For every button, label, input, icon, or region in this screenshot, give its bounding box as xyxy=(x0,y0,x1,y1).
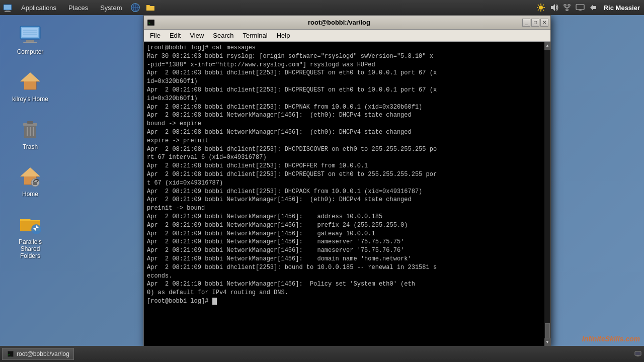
svg-rect-3 xyxy=(4,5,11,10)
svg-rect-56 xyxy=(33,182,37,185)
svg-rect-9 xyxy=(146,6,154,11)
minimize-button[interactable]: _ xyxy=(522,19,530,27)
computer-icon xyxy=(18,22,42,46)
maximize-button[interactable]: □ xyxy=(531,19,539,27)
terminal-scrollbar[interactable]: ▲ ▼ xyxy=(544,42,550,346)
svg-marker-19 xyxy=(551,4,555,11)
svg-rect-33 xyxy=(26,40,34,42)
desktop-icons-container: Computer kilroy's Home xyxy=(10,20,50,262)
home-icon-label: Home xyxy=(22,191,38,198)
branding-text: InfiniteSkills.com xyxy=(582,335,640,343)
menu-file[interactable]: File xyxy=(146,31,165,40)
taskbar-terminal-icon: >_ xyxy=(7,350,15,358)
shared-folders-icon xyxy=(18,212,42,236)
top-panel: Applications Places System xyxy=(0,0,644,15)
display-icon[interactable] xyxy=(575,2,586,13)
branding-watermark: InfiniteSkills.com xyxy=(582,335,640,343)
svg-marker-30 xyxy=(590,5,596,11)
svg-text:>_: >_ xyxy=(8,353,12,356)
desktop-icon-kilroy-home[interactable]: kilroy's Home xyxy=(10,67,50,105)
panel-app-icon xyxy=(2,2,13,13)
scrollbar-track[interactable] xyxy=(544,50,550,338)
branding-accent: te xyxy=(599,335,605,343)
username-label: Ric Messier xyxy=(604,4,640,12)
svg-rect-22 xyxy=(566,9,568,11)
svg-rect-27 xyxy=(576,5,584,10)
svg-rect-35 xyxy=(22,28,38,37)
panel-menu-system[interactable]: System xyxy=(94,0,128,15)
svg-rect-66 xyxy=(635,352,640,355)
network-icon[interactable] xyxy=(561,2,573,13)
top-panel-right: Ric Messier xyxy=(535,2,644,13)
desktop-icon-shared-folders[interactable]: Parallels Shared Folders xyxy=(10,210,50,262)
terminal-window: >_ root@bobbi:/var/log _ □ ✕ File Edit V… xyxy=(143,15,551,347)
svg-marker-54 xyxy=(20,167,40,176)
trash-icon-label: Trash xyxy=(23,143,38,150)
svg-rect-46 xyxy=(27,121,33,124)
window-menubar: File Edit View Search Terminal Help xyxy=(144,30,550,42)
scrollbar-thumb[interactable] xyxy=(545,323,550,338)
svg-line-16 xyxy=(543,10,544,11)
svg-line-15 xyxy=(538,5,539,6)
terminal-cursor xyxy=(212,298,217,305)
panel-folder-icon[interactable] xyxy=(145,2,156,13)
menu-help[interactable]: Help xyxy=(273,31,294,40)
menu-terminal[interactable]: Terminal xyxy=(239,31,272,40)
computer-icon-label: Computer xyxy=(17,48,44,55)
volume-icon[interactable] xyxy=(548,2,559,13)
brightness-icon[interactable] xyxy=(535,2,546,13)
scroll-up-button[interactable]: ▲ xyxy=(544,42,550,50)
desktop-icon-trash[interactable]: Trash xyxy=(10,115,50,152)
panel-globe-icon[interactable] xyxy=(130,2,141,13)
kilroy-home-label: kilroy's Home xyxy=(12,96,48,103)
svg-rect-20 xyxy=(564,5,566,6)
terminal-content-area[interactable]: [root@bobbi log]# cat messages Mar 30 03… xyxy=(144,42,550,346)
menu-view[interactable]: View xyxy=(186,31,208,40)
svg-point-10 xyxy=(539,6,543,10)
close-button[interactable]: ✕ xyxy=(540,19,548,27)
svg-marker-43 xyxy=(20,72,40,81)
shared-folders-label: Parallels Shared Folders xyxy=(12,238,48,260)
taskbar-right xyxy=(634,350,642,358)
svg-rect-21 xyxy=(568,5,570,6)
svg-rect-34 xyxy=(23,42,37,43)
panel-menu-applications[interactable]: Applications xyxy=(15,0,62,15)
top-panel-left: Applications Places System xyxy=(0,0,158,15)
scroll-down-button[interactable]: ▼ xyxy=(544,338,550,346)
desktop-icon-home[interactable]: Home xyxy=(10,162,50,200)
terminal-window-icon: >_ xyxy=(146,18,156,28)
svg-rect-2 xyxy=(5,11,11,12)
window-title: root@bobbi:/var/log xyxy=(156,19,522,26)
desktop-icon-computer[interactable]: Computer xyxy=(10,20,50,57)
trash-icon xyxy=(18,117,42,141)
menu-edit[interactable]: Edit xyxy=(166,31,185,40)
svg-rect-42 xyxy=(24,81,36,89)
window-controls: _ □ ✕ xyxy=(522,19,548,27)
svg-line-17 xyxy=(543,5,544,6)
svg-line-18 xyxy=(538,10,539,11)
svg-text:>_: >_ xyxy=(148,21,152,25)
window-titlebar: >_ root@bobbi:/var/log _ □ ✕ xyxy=(144,16,550,30)
arrow-icon[interactable] xyxy=(588,2,599,13)
taskbar-display-icon[interactable] xyxy=(634,350,642,358)
svg-point-8 xyxy=(131,4,139,12)
panel-menu-places[interactable]: Places xyxy=(62,0,94,15)
terminal-output: [root@bobbi log]# cat messages Mar 30 03… xyxy=(147,44,547,306)
taskbar-terminal-label: root@bobbi:/var/log xyxy=(17,350,69,357)
taskbar-terminal-button[interactable]: >_ root@bobbi:/var/log xyxy=(2,348,74,360)
home-icon xyxy=(18,164,42,189)
kilroy-home-icon xyxy=(18,69,42,94)
desktop: Applications Places System xyxy=(0,0,644,362)
taskbar: >_ root@bobbi:/var/log xyxy=(0,346,644,362)
menu-search[interactable]: Search xyxy=(209,31,237,40)
